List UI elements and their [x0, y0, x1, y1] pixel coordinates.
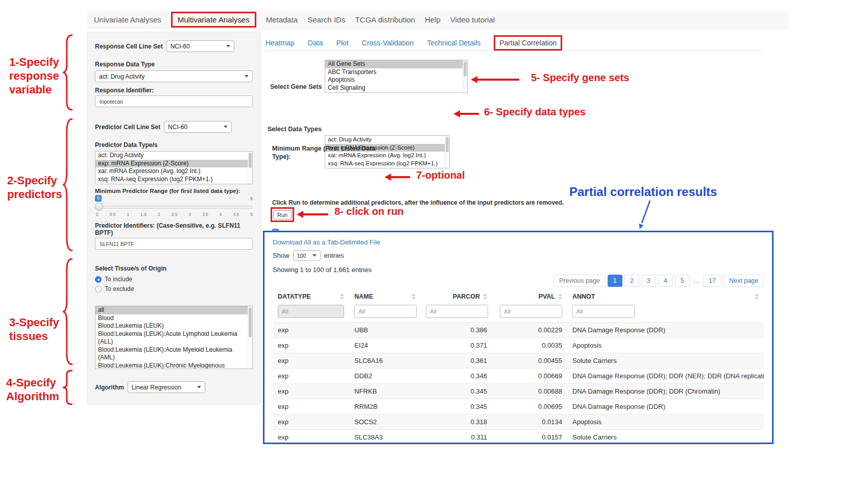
algorithm-label: Algorithm: [95, 384, 124, 391]
annotation-step6: 6- Specify data types: [484, 106, 586, 118]
tissue-include-label: To include: [105, 276, 132, 283]
response-cell-line-select[interactable]: NCI-60: [166, 40, 234, 52]
sort-icon[interactable]: [755, 294, 759, 300]
scrollbar[interactable]: [248, 306, 252, 369]
previous-page-button[interactable]: Previous page: [553, 275, 606, 287]
list-option[interactable]: Blood:Leukemia (LEUK):Chronic Myelogenou…: [95, 362, 252, 370]
annotation-step7: 7-optional: [416, 169, 465, 181]
scrollbar-thumb[interactable]: [249, 153, 252, 168]
response-identifier-label: Response Identifier:: [95, 87, 253, 94]
cell-parcor: 0.345: [421, 399, 492, 414]
scrollbar-thumb[interactable]: [446, 137, 449, 152]
list-option-selected[interactable]: All Gene Sets: [325, 60, 467, 68]
page-button-3[interactable]: 3: [641, 275, 656, 287]
tissue-exclude-radio[interactable]: To exclude: [95, 285, 253, 292]
col-header-pval[interactable]: PVAL: [492, 289, 567, 303]
col-header-datatype[interactable]: DATATYPE: [273, 289, 349, 303]
cell-pval: 0.00695: [492, 399, 567, 414]
nav-tcga-distribution[interactable]: TCGA distribution: [355, 15, 415, 24]
download-link[interactable]: Download All as a Tab-Delimited File: [273, 238, 380, 246]
nav-help[interactable]: Help: [425, 15, 441, 24]
col-label: PARCOR: [453, 293, 480, 300]
list-option[interactable]: Blood: [95, 314, 252, 323]
cell-pval: 0.00669: [492, 369, 567, 384]
tab-cross-validation[interactable]: Cross-Validation: [362, 39, 414, 47]
sort-icon[interactable]: [483, 294, 487, 300]
tab-plot[interactable]: Plot: [336, 39, 348, 47]
scrollbar[interactable]: [463, 60, 467, 92]
table-row: expUBB0.3860.00229DNA Damage Response (D…: [273, 323, 764, 338]
algorithm-select[interactable]: Linear Regression: [128, 381, 205, 393]
tick-label: 0: [96, 212, 99, 217]
nav-univariate-analyses[interactable]: Univariate Analyses: [94, 15, 161, 24]
tab-technical-details[interactable]: Technical Details: [427, 39, 480, 47]
brace-algorithm-section: [62, 370, 74, 405]
list-option[interactable]: act: Drug Activity: [325, 136, 449, 144]
page-button-17[interactable]: 17: [703, 275, 721, 287]
cell-parcor: 0.371: [421, 338, 492, 353]
sort-icon[interactable]: [412, 294, 416, 300]
filter-name-input[interactable]: [354, 305, 417, 318]
list-option[interactable]: xsq: RNA-seq Expression (log2 FPKM+1.): [95, 176, 252, 184]
chevron-down-icon: [226, 45, 230, 47]
gene-sets-listbox: All Gene Sets ABC Transporters Apoptosis…: [325, 60, 468, 93]
predictor-identifiers-input[interactable]: [95, 238, 253, 250]
list-option[interactable]: Blood:Leukemia (LEUK):Acute Myeloid Leuk…: [95, 346, 252, 362]
table-row: expSOCS20.3180.0134Apoptosis: [273, 414, 764, 430]
list-option[interactable]: xai: mRNA Expression (Avg. log2 Int.): [95, 167, 252, 176]
tab-heatmap[interactable]: Heatmap: [266, 39, 295, 47]
list-option[interactable]: Blood:Leukemia (LEUK): [95, 322, 252, 330]
filter-datatype-input[interactable]: [278, 305, 344, 318]
predictor-data-types-label: Predictor Data Type/s: [95, 141, 253, 149]
run-button[interactable]: Run: [273, 210, 292, 219]
sort-icon[interactable]: [558, 294, 562, 300]
tab-data[interactable]: Data: [308, 39, 323, 47]
entries-label: entries: [324, 252, 344, 259]
radio-checked-icon[interactable]: [95, 276, 102, 283]
page-button-2[interactable]: 2: [624, 275, 639, 287]
cell-name: NFRKB: [349, 384, 421, 399]
scrollbar-thumb[interactable]: [464, 61, 467, 77]
filter-parcor-input[interactable]: [426, 305, 488, 318]
nav-multivariate-analyses[interactable]: Multivariate Analyses: [171, 12, 256, 28]
filter-pval-input[interactable]: [500, 305, 562, 318]
page-button-4[interactable]: 4: [658, 275, 673, 287]
brace-tissues-section: [62, 257, 74, 367]
col-header-annot[interactable]: ANNOT: [567, 289, 764, 303]
nav-video-tutorial[interactable]: Video tutorial: [450, 15, 495, 24]
cell-pval: 0.0035: [492, 338, 567, 353]
page-button-5[interactable]: 5: [675, 275, 690, 287]
response-identifier-input[interactable]: [95, 95, 253, 107]
filter-annot-input[interactable]: [572, 305, 635, 318]
slider-handle[interactable]: [95, 203, 103, 211]
radio-unchecked-icon[interactable]: [95, 286, 102, 292]
page-ellipsis: …: [692, 275, 702, 286]
nav-search-ids[interactable]: Search IDs: [307, 15, 345, 24]
sort-icon[interactable]: [340, 294, 344, 300]
predictor-cell-line-select[interactable]: NCI-60: [164, 121, 232, 133]
list-option[interactable]: act: Drug Activity: [95, 152, 252, 160]
slider-track[interactable]: [95, 206, 253, 209]
col-header-name[interactable]: NAME: [349, 289, 421, 303]
scrollbar[interactable]: [248, 152, 252, 184]
list-option[interactable]: ABC Transporters: [325, 68, 467, 77]
list-option[interactable]: Blood:Leukemia (LEUK):Acute Lymphoid Leu…: [95, 330, 252, 346]
scrollbar[interactable]: [445, 136, 449, 168]
response-data-type-select[interactable]: act: Drug Activity: [95, 70, 253, 82]
nav-metadata[interactable]: Metadata: [266, 15, 298, 24]
entries-count-select[interactable]: 100: [293, 250, 321, 261]
scrollbar-thumb[interactable]: [249, 307, 252, 337]
list-option[interactable]: Cell Signaling: [325, 84, 467, 92]
page-button-1[interactable]: 1: [608, 275, 622, 287]
next-page-button[interactable]: Next page: [724, 275, 764, 287]
tissue-include-radio[interactable]: To include: [95, 276, 253, 283]
tab-partial-correlation[interactable]: Partial Correlation: [494, 35, 562, 51]
cell-name: DDB2: [349, 369, 421, 384]
annotation-step5: 5- Specify gene sets: [531, 72, 629, 84]
response-cell-line-row: Response Cell Line Set NCI-60: [95, 40, 253, 52]
col-header-parcor[interactable]: PARCOR: [421, 289, 492, 303]
list-option[interactable]: Apoptosis: [325, 76, 467, 84]
list-option-selected[interactable]: all: [95, 306, 252, 314]
results-table: DATATYPE NAME PARCOR PVAL ANNOT expUBB0.…: [273, 289, 764, 445]
list-option-selected[interactable]: exp: mRNA Expression (Z-Score): [95, 160, 252, 168]
